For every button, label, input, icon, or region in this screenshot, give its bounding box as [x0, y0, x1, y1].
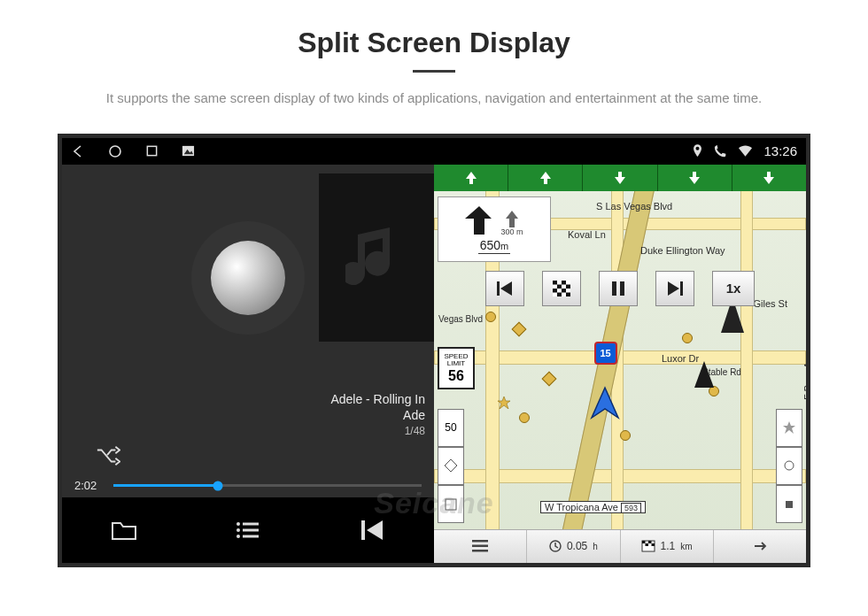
svg-rect-22 — [446, 499, 456, 510]
map-playback-controls: 1x — [485, 271, 755, 306]
svg-rect-38 — [620, 281, 624, 296]
svg-rect-48 — [645, 543, 648, 546]
back-icon[interactable] — [71, 144, 85, 158]
svg-marker-20 — [763, 172, 774, 184]
poi-marker — [498, 397, 510, 409]
poi-building — [694, 361, 714, 388]
title-underline — [413, 70, 455, 73]
player-toolbar — [62, 497, 434, 563]
mb-time: 0.05h — [527, 530, 620, 563]
map-next-button[interactable] — [655, 271, 694, 306]
svg-rect-7 — [243, 528, 259, 531]
road-label-giles: Giles St — [750, 297, 790, 310]
svg-rect-40 — [680, 281, 683, 296]
progress-row: 2:02 — [62, 474, 434, 497]
track-title: Adele - Rolling In — [62, 391, 425, 408]
track-count: 1/48 — [62, 424, 425, 438]
svg-rect-47 — [648, 541, 652, 543]
elapsed-time: 2:02 — [74, 479, 105, 492]
svg-point-0 — [110, 146, 120, 157]
poi-marker — [512, 321, 527, 336]
map-speed-button[interactable]: 1x — [712, 271, 755, 306]
album-placeholder-dot — [211, 241, 285, 315]
road-label-s-las-vegas: S Las Vegas Blvd — [593, 200, 675, 212]
svg-marker-17 — [540, 172, 551, 184]
turn-right-small-icon — [504, 210, 520, 227]
road-label-vegas-blvd: Vegas Blvd — [436, 313, 485, 325]
svg-point-24 — [785, 461, 794, 470]
svg-rect-46 — [642, 541, 646, 543]
road-label-reno: E Reno Ave — [802, 350, 806, 403]
lane-guidance-bar — [434, 165, 806, 191]
road-label-duke: Duke Ellington Way — [638, 244, 728, 257]
svg-rect-36 — [566, 292, 570, 296]
svg-rect-32 — [566, 284, 570, 289]
map-bottom-bar: 0.05h 1.1km — [434, 529, 806, 563]
playlist-button[interactable] — [221, 508, 275, 552]
location-icon — [692, 144, 703, 158]
svg-rect-49 — [651, 543, 655, 546]
poi-marker — [485, 312, 496, 322]
road-label-koval: Koval Ln — [565, 228, 608, 241]
home-icon[interactable] — [108, 144, 122, 158]
recent-apps-icon[interactable] — [145, 144, 159, 158]
mb-distance: 1.1km — [621, 530, 714, 563]
poi-marker — [542, 371, 557, 386]
svg-marker-21 — [445, 459, 457, 472]
svg-marker-15 — [592, 388, 618, 418]
mb-menu[interactable] — [434, 530, 527, 563]
track-metadata: Adele - Rolling In Ade 1/48 — [62, 391, 434, 444]
side-icon[interactable] — [438, 447, 464, 485]
svg-marker-39 — [668, 281, 679, 296]
shuffle-icon[interactable] — [96, 446, 120, 469]
interstate-shield: 15 — [594, 342, 617, 365]
svg-rect-35 — [557, 292, 562, 296]
svg-marker-19 — [689, 172, 700, 184]
svg-marker-16 — [466, 172, 477, 184]
previous-button[interactable] — [345, 508, 399, 552]
svg-rect-25 — [786, 501, 793, 508]
turn-left-icon — [465, 204, 495, 236]
picture-icon[interactable] — [182, 144, 195, 158]
svg-marker-23 — [783, 421, 795, 434]
svg-rect-26 — [497, 281, 500, 296]
mb-expand[interactable] — [714, 530, 806, 563]
svg-rect-10 — [361, 520, 365, 540]
svg-point-8 — [236, 535, 240, 538]
svg-rect-29 — [553, 281, 557, 285]
turn-distance-value: 650 — [480, 238, 500, 252]
map-prev-button[interactable] — [485, 271, 524, 306]
wifi-icon — [738, 145, 753, 158]
side-icon[interactable] — [438, 485, 464, 523]
svg-rect-34 — [562, 289, 566, 293]
page-title: Split Screen Display — [0, 0, 868, 59]
road-label-tropicana: W Tropicana Ave 593 — [540, 501, 646, 513]
svg-point-4 — [236, 522, 240, 526]
side-icon[interactable] — [776, 485, 802, 523]
svg-marker-12 — [498, 397, 510, 409]
side-icon[interactable] — [776, 447, 802, 485]
svg-rect-9 — [243, 535, 259, 537]
svg-rect-41 — [472, 540, 488, 543]
status-bar: 13:26 — [62, 138, 806, 165]
next-turn-distance: 300 m — [500, 227, 523, 236]
page-description: It supports the same screen display of t… — [0, 89, 868, 109]
clock: 13:26 — [763, 143, 797, 158]
folder-button[interactable] — [97, 508, 151, 552]
svg-rect-37 — [612, 281, 616, 296]
map-checker-button[interactable] — [542, 271, 581, 306]
svg-rect-5 — [243, 522, 259, 525]
svg-marker-14 — [694, 361, 714, 388]
progress-bar[interactable] — [113, 484, 422, 487]
turn-distance-unit: m — [500, 241, 508, 251]
svg-rect-30 — [562, 281, 566, 285]
poi-marker — [620, 430, 631, 441]
map-pause-button[interactable] — [599, 271, 638, 306]
left-side-panel: 50 — [438, 409, 464, 524]
svg-rect-1 — [147, 146, 156, 155]
navigation-app[interactable]: S Las Vegas Blvd Koval Ln Duke Ellington… — [434, 165, 806, 563]
poi-marker — [519, 412, 530, 423]
turn-instruction-panel: 300 m 650m — [438, 196, 551, 262]
svg-rect-43 — [472, 550, 488, 552]
side-icon[interactable] — [776, 409, 802, 447]
